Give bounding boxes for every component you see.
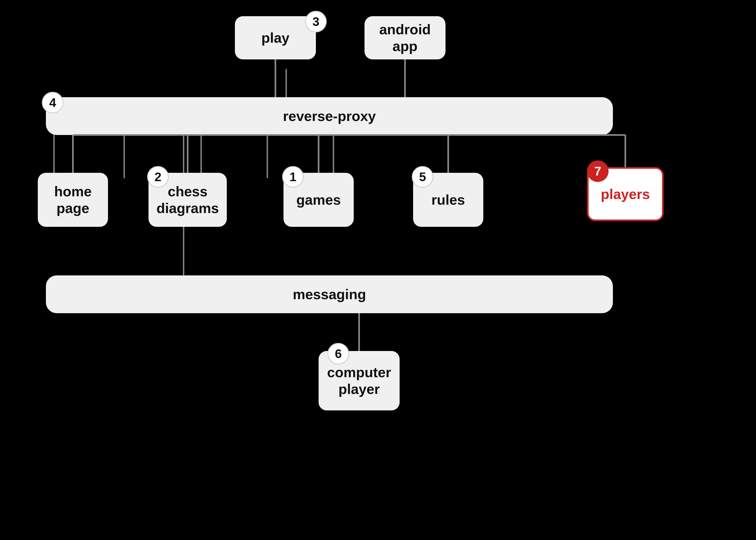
- computer-player-badge-label: 6: [335, 346, 342, 361]
- home-page-node: home page: [38, 173, 108, 227]
- chess-diagrams-badge: 2: [147, 166, 169, 188]
- android-app-node: android app: [364, 16, 445, 60]
- android-app-label: android app: [379, 21, 431, 55]
- play-badge-label: 3: [313, 14, 319, 29]
- rules-badge: 5: [412, 166, 433, 188]
- play-label: play: [261, 30, 290, 46]
- connection-lines: [0, 0, 756, 540]
- games-badge-label: 1: [290, 170, 297, 184]
- messaging-node: messaging: [46, 275, 613, 313]
- reverse-proxy-label: reverse-proxy: [283, 108, 376, 124]
- players-badge: 7: [587, 160, 609, 182]
- home-page-label: home page: [54, 183, 92, 217]
- diagram-container: play 3 android app reverse-proxy 4 home …: [0, 0, 756, 540]
- games-badge: 1: [282, 166, 304, 188]
- rules-label: rules: [432, 192, 465, 208]
- players-label: players: [601, 186, 650, 202]
- computer-player-badge: 6: [327, 343, 349, 364]
- games-label: games: [297, 192, 341, 208]
- reverse-proxy-badge-label: 4: [49, 95, 56, 110]
- rules-badge-label: 5: [419, 170, 426, 184]
- play-badge: 3: [305, 11, 327, 32]
- lines-overlay: [0, 0, 756, 540]
- reverse-proxy-badge: 4: [42, 92, 63, 113]
- chess-diagrams-label: chess diagrams: [156, 183, 219, 217]
- chess-diagrams-badge-label: 2: [155, 170, 162, 184]
- play-node: play: [235, 16, 316, 60]
- messaging-label: messaging: [293, 286, 366, 303]
- players-badge-label: 7: [594, 164, 601, 179]
- reverse-proxy-node: reverse-proxy: [46, 97, 613, 135]
- computer-player-label: computer player: [327, 364, 391, 398]
